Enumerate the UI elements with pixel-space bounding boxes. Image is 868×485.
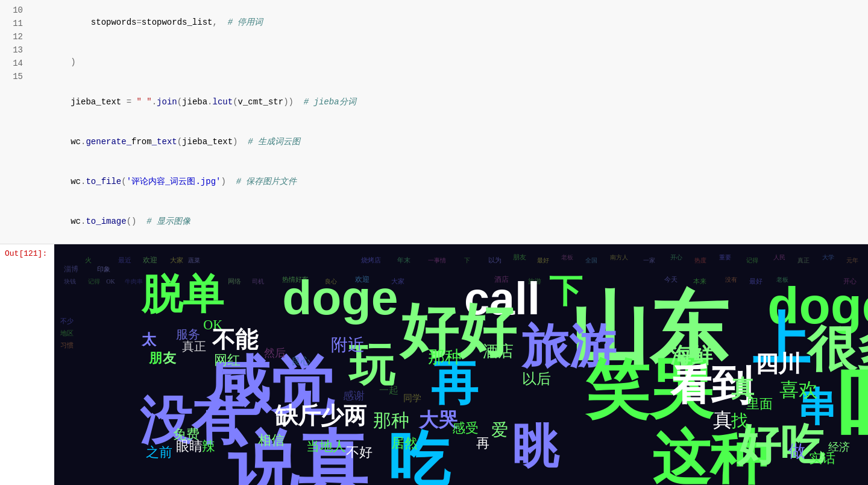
svg-text:年末: 年末	[397, 256, 410, 264]
svg-text:四川: 四川	[755, 351, 801, 376]
svg-text:开心: 开心	[670, 254, 682, 261]
svg-text:海鲜: 海鲜	[670, 344, 713, 367]
line-num-10: 10	[5, 4, 23, 17]
svg-text:淄博: 淄博	[64, 265, 78, 273]
svg-text:南方人: 南方人	[610, 254, 628, 261]
svg-text:同学: 同学	[403, 393, 421, 403]
svg-text:当地人: 当地人	[306, 439, 346, 454]
svg-text:网络: 网络	[228, 277, 241, 285]
svg-text:爱: 爱	[491, 420, 508, 439]
svg-text:没有: 没有	[725, 276, 737, 283]
line-num-11: 11	[5, 17, 23, 30]
svg-text:良心: 良心	[291, 356, 310, 366]
svg-text:太: 太	[141, 331, 157, 347]
svg-text:记得: 记得	[88, 278, 100, 285]
svg-text:朋: 朋	[148, 350, 162, 366]
svg-text:感谢: 感谢	[343, 390, 365, 402]
svg-text:欢迎: 欢迎	[143, 256, 157, 264]
line-num-12: 12	[5, 30, 23, 43]
svg-text:块钱: 块钱	[63, 278, 76, 285]
svg-text:习惯: 习惯	[60, 341, 74, 349]
output-label: Out[121]:	[0, 244, 54, 485]
svg-text:老板: 老板	[561, 254, 573, 261]
svg-text:以为: 以为	[488, 256, 502, 264]
svg-text:以后: 以后	[522, 370, 551, 387]
svg-text:牛肉串: 牛肉串	[125, 278, 143, 285]
svg-text:眼睛: 眼睛	[176, 439, 203, 454]
svg-text:一起: 一起	[379, 385, 398, 395]
line-numbers: 10 11 12 13 14 15	[0, 2, 30, 241]
code-line-11: )	[30, 42, 868, 82]
svg-text:烧烤店: 烧烤店	[361, 256, 381, 264]
svg-text:找: 找	[731, 411, 748, 430]
svg-text:热度: 热度	[694, 257, 706, 264]
svg-text:之前: 之前	[146, 445, 172, 460]
svg-text:不好: 不好	[346, 445, 373, 460]
svg-text:今天: 今天	[664, 276, 678, 283]
code-line-10: stopwords=stopwords_list, # 停用词	[30, 2, 868, 42]
svg-text:感受: 感受	[452, 420, 479, 436]
svg-text:那种: 那种	[373, 410, 409, 431]
svg-text:真正: 真正	[182, 340, 206, 353]
output-area: Out[121]: 淄博 火 印象 最近 欢迎 大家 蔬菜 烧烤店 年末 一事情…	[0, 244, 868, 485]
svg-text:蔬菜: 蔬菜	[188, 257, 200, 264]
svg-text:最好: 最好	[749, 277, 763, 285]
word-doge-left: doge	[282, 270, 398, 325]
svg-text:下: 下	[464, 257, 470, 264]
svg-text:地区: 地区	[60, 329, 74, 337]
svg-text:服务: 服务	[176, 328, 200, 341]
svg-text:一家: 一家	[643, 257, 655, 264]
svg-text:火: 火	[85, 256, 92, 264]
svg-text:经济: 经济	[828, 441, 850, 453]
svg-text:酒店: 酒店	[482, 343, 514, 360]
svg-text:里面: 里面	[746, 396, 773, 411]
svg-text:做: 做	[788, 442, 805, 460]
svg-text:不少: 不少	[60, 317, 74, 325]
code-line-13: wc.generate_from_text(jieba_text) # 生成词云…	[30, 122, 868, 162]
word-tuodan: 脱单	[141, 271, 224, 317]
svg-text:眺: 眺	[512, 420, 560, 473]
svg-text:最近: 最近	[118, 256, 131, 264]
svg-text:网红: 网红	[214, 352, 241, 367]
svg-text:重要: 重要	[719, 254, 731, 261]
svg-text:记得: 记得	[746, 257, 758, 264]
svg-text:喜欢: 喜欢	[779, 379, 818, 401]
svg-text:大学: 大学	[822, 254, 834, 261]
code-line-12: jieba_text = " ".join(jieba.lcut(v_cmt_s…	[30, 82, 868, 122]
svg-text:人民: 人民	[773, 254, 785, 261]
svg-text:大家: 大家	[170, 256, 183, 264]
svg-text:真正: 真正	[797, 257, 810, 264]
notebook-container: 10 11 12 13 14 15 stopwords=stopwords_li…	[0, 0, 868, 485]
code-area: 10 11 12 13 14 15 stopwords=stopwords_li…	[0, 0, 868, 244]
svg-text:司机: 司机	[252, 278, 264, 285]
line-num-13: 13	[5, 43, 23, 57]
svg-text:朋友: 朋友	[513, 253, 526, 261]
svg-text:相信: 相信	[258, 433, 285, 448]
svg-text:印象: 印象	[97, 265, 110, 273]
svg-text:OK: OK	[106, 278, 115, 285]
code-content: stopwords=stopwords_list, # 停用词 ) jieba_…	[30, 2, 868, 241]
svg-text:缺斤少两: 缺斤少两	[274, 403, 367, 428]
line-num-15: 15	[5, 70, 23, 83]
svg-text:居然: 居然	[391, 436, 418, 451]
svg-text:一事情: 一事情	[428, 257, 446, 264]
svg-text:再: 再	[476, 436, 489, 451]
wordcloud-container: 淄博 火 印象 最近 欢迎 大家 蔬菜 烧烤店 年末 一事情 下 以为 朋友 最…	[54, 244, 868, 485]
code-line-15: wc.to_image() # 显示图像	[30, 201, 868, 241]
svg-text:不能: 不能	[212, 327, 259, 352]
code-line-14: wc.to_file('评论内容_词云图.jpg') # 保存图片文件	[30, 162, 868, 201]
wordcloud-svg: 淄博 火 印象 最近 欢迎 大家 蔬菜 烧烤店 年末 一事情 下 以为 朋友 最…	[54, 244, 868, 485]
svg-text:全国: 全国	[585, 257, 597, 264]
svg-text:本来: 本来	[693, 277, 706, 285]
svg-text:真: 真	[713, 409, 732, 431]
svg-text:那种: 那种	[428, 347, 462, 366]
svg-text:元年: 元年	[846, 257, 858, 264]
svg-text:然后: 然后	[264, 347, 286, 359]
svg-text:友: 友	[162, 350, 177, 366]
svg-text:辣: 辣	[202, 439, 215, 454]
svg-text:最好: 最好	[537, 257, 549, 264]
svg-text:附近: 附近	[331, 335, 365, 354]
line-num-14: 14	[5, 57, 23, 70]
